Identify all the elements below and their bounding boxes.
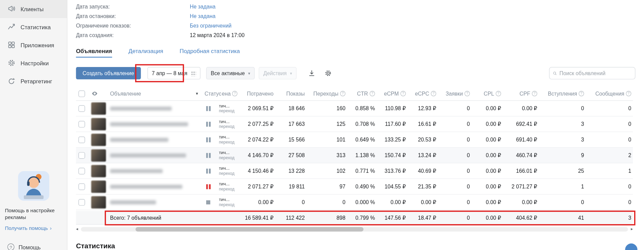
search-icon <box>553 70 557 76</box>
row-checkbox[interactable] <box>78 121 85 127</box>
tab-ads[interactable]: Объявления <box>76 48 112 57</box>
cell-messages: 0 <box>586 121 633 127</box>
cell-cpl: 0.00 ₽ <box>471 105 503 112</box>
chart-icon <box>7 22 16 32</box>
row-checkbox[interactable] <box>78 168 85 174</box>
column-header-ecpc[interactable]: eCPC? <box>408 90 438 97</box>
column-header-joins[interactable]: Вступления? <box>539 90 586 97</box>
ad-name-redacted[interactable] <box>110 153 186 157</box>
select-all-checkbox[interactable] <box>78 90 85 97</box>
table-settings-button[interactable] <box>324 69 333 78</box>
ads-table: Объявление ▼ Статус ена ? Потрачено Пока… <box>76 87 633 224</box>
column-header-clicks[interactable]: Переходы? <box>306 90 347 97</box>
sidebar-item-apps[interactable]: Приложения <box>0 36 67 54</box>
bid-subtype-label: переход <box>219 109 234 113</box>
sidebar-help-bottom[interactable]: ? Помощь <box>7 244 41 250</box>
help-icon[interactable]: ? <box>465 91 470 96</box>
column-header-leads[interactable]: Заявки? <box>438 90 471 97</box>
sort-descending-icon[interactable]: ▼ <box>195 91 199 96</box>
column-header-cpl[interactable]: CPL? <box>471 90 503 97</box>
row-checkbox[interactable] <box>78 183 85 190</box>
status-icon <box>206 184 211 189</box>
detail-row: Дата запуска: Не задана <box>76 2 245 12</box>
bid-cell: тич... переход <box>218 182 237 191</box>
help-icon[interactable]: ? <box>532 91 537 96</box>
cell-leads: 0 <box>438 199 471 205</box>
date-range-picker[interactable]: 7 апр — 8 мая <box>147 67 201 79</box>
cell-joins: 0 <box>539 199 586 205</box>
visibility-column[interactable] <box>90 90 109 97</box>
scrollbar-thumb[interactable] <box>136 227 363 231</box>
column-header-messages[interactable]: Сообщения? <box>586 90 633 97</box>
bid-cell: тич... переход <box>218 135 237 145</box>
help-icon[interactable]: ? <box>232 91 238 96</box>
get-help-link[interactable]: Получить помощь › <box>5 225 62 231</box>
row-checkbox[interactable] <box>78 105 85 112</box>
row-checkbox[interactable] <box>78 136 85 143</box>
table-header-row: Объявление ▼ Статус ена ? Потрачено Пока… <box>76 87 633 101</box>
cell-ecpm: 133.25 ₽ <box>377 136 408 143</box>
ad-name-redacted[interactable] <box>110 106 172 111</box>
bid-subtype-label: переход <box>219 202 234 207</box>
total-joins: 41 <box>539 215 586 221</box>
ad-name-redacted[interactable] <box>110 169 163 173</box>
scroll-right-icon[interactable]: ▸ <box>631 227 633 231</box>
table-row[interactable]: тич... переход 2 071.27 ₽ 19 811 97 0.49… <box>76 179 633 195</box>
column-header-spent[interactable]: Потрачено <box>237 90 275 97</box>
column-header-ctr[interactable]: CTR? <box>347 90 377 97</box>
row-checkbox[interactable] <box>78 152 85 159</box>
ad-name-redacted[interactable] <box>110 200 156 204</box>
column-header-price[interactable]: ена ? <box>218 90 237 97</box>
retargeting-icon <box>7 77 16 86</box>
row-checkbox[interactable] <box>78 199 85 205</box>
cell-ecpc: 12.93 ₽ <box>408 105 438 112</box>
detail-value-link[interactable]: Не задана <box>190 13 216 19</box>
cell-spent: 4 146.70 ₽ <box>237 152 275 158</box>
cell-shows: 15 566 <box>275 136 306 143</box>
detail-row: Дата остановки: Не задана <box>76 12 245 21</box>
ad-name-redacted[interactable] <box>110 137 168 141</box>
status-filter-dropdown[interactable]: Все активные ▾ <box>206 67 255 79</box>
ad-thumbnail-blurred <box>91 196 106 208</box>
column-header-ecpm[interactable]: eCPM? <box>377 90 408 97</box>
scroll-left-icon[interactable]: ◂ <box>76 227 78 231</box>
column-header-ad[interactable]: Объявление ▼ <box>108 90 201 97</box>
export-download-button[interactable] <box>307 69 317 78</box>
search-input[interactable] <box>559 70 632 76</box>
help-icon[interactable]: ? <box>400 91 406 96</box>
cell-leads: 0 <box>438 121 471 127</box>
cell-ecpm: 117.60 ₽ <box>377 121 408 127</box>
help-icon[interactable]: ? <box>579 91 584 96</box>
table-row[interactable]: тич... переход 4 146.70 ₽ 27 508 313 1.1… <box>76 148 633 163</box>
cell-spent: 2 077.25 ₽ <box>237 121 275 127</box>
ad-name-redacted[interactable] <box>110 122 188 126</box>
column-header-shows[interactable]: Показы <box>275 90 306 97</box>
sidebar-item-settings[interactable]: Настройки <box>0 54 67 72</box>
table-row[interactable]: тич... переход 2 074.22 ₽ 15 566 101 0.6… <box>76 132 633 148</box>
table-row[interactable]: тич... переход 2 077.25 ₽ 17 663 125 0.7… <box>76 116 633 132</box>
table-row[interactable]: тич... переход 2 069.51 ₽ 18 646 160 0.8… <box>76 101 633 116</box>
sidebar-item-retargeting[interactable]: Ретаргетинг <box>0 72 67 90</box>
detail-value-link[interactable]: Не задана <box>190 4 216 10</box>
help-icon[interactable]: ? <box>370 91 375 96</box>
column-header-status[interactable]: Статус <box>201 90 217 97</box>
detail-value-link[interactable]: Без ограничений <box>190 23 232 29</box>
table-row[interactable]: тич... переход 4 150.46 ₽ 13 228 102 0.7… <box>76 163 633 179</box>
create-ad-button[interactable]: Создать объявление <box>76 67 141 79</box>
cell-cpl: 0.00 ₽ <box>471 136 503 143</box>
sidebar-item-clients[interactable]: Клиенты <box>0 0 67 18</box>
tab-detailing[interactable]: Детализация <box>128 48 163 57</box>
sidebar-item-statistics[interactable]: Статистика <box>0 18 67 36</box>
help-icon[interactable]: ? <box>340 91 345 96</box>
table-row[interactable]: тич... переход 0.00 ₽ 0 0 0.000 % 0.00 ₽… <box>76 195 633 210</box>
help-icon[interactable]: ? <box>431 91 436 96</box>
sidebar-item-label: Ретаргетинг <box>20 78 52 85</box>
ad-name-redacted[interactable] <box>110 184 182 188</box>
cell-messages: 0 <box>586 136 633 143</box>
help-icon[interactable]: ? <box>496 91 501 96</box>
column-header-cpf[interactable]: CPF? <box>503 90 539 97</box>
tab-detailed-statistics[interactable]: Подробная статистика <box>180 48 240 57</box>
chevron-right-icon: › <box>50 225 52 231</box>
help-icon[interactable]: ? <box>626 91 631 96</box>
megaphone-icon <box>7 4 16 14</box>
